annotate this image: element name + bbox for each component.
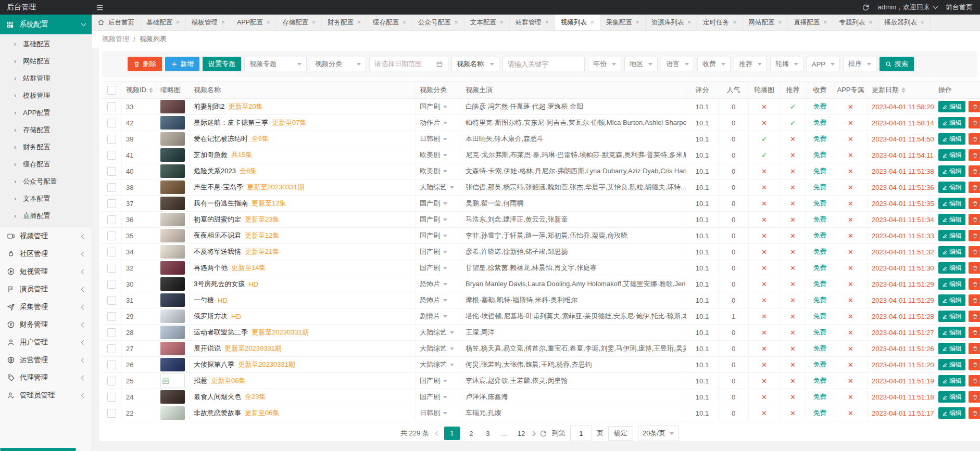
category-select[interactable]: 大陆综艺: [416, 325, 461, 340]
close-icon[interactable]: ×: [823, 19, 827, 25]
app-exclusive-toggle[interactable]: ✕: [834, 389, 868, 405]
carousel-toggle[interactable]: ✕: [749, 308, 780, 324]
sidebar-subitem-5[interactable]: ›存储配置: [0, 121, 92, 138]
row-checkbox[interactable]: [107, 264, 116, 273]
row-checkbox[interactable]: [107, 248, 116, 256]
close-icon[interactable]: ×: [403, 19, 406, 25]
recommend-toggle[interactable]: ✕: [780, 212, 806, 227]
filter-select-轮播[interactable]: 轮播: [770, 57, 803, 71]
app-exclusive-toggle[interactable]: ✕: [834, 131, 868, 147]
filter-select-语言[interactable]: 语言: [661, 57, 694, 71]
sidebar-section-system-config[interactable]: 系统配置: [0, 15, 92, 34]
close-icon[interactable]: ×: [455, 19, 458, 25]
close-icon[interactable]: ×: [733, 19, 736, 25]
row-edit-button[interactable]: 编辑: [938, 294, 965, 306]
app-exclusive-toggle[interactable]: ✕: [834, 357, 868, 372]
sidebar-subitem-3[interactable]: ›模板管理: [0, 87, 92, 104]
close-icon[interactable]: ×: [687, 19, 691, 25]
row-edit-button[interactable]: 编辑: [938, 278, 965, 290]
category-select[interactable]: 国产剧: [416, 196, 461, 211]
row-edit-button[interactable]: 编辑: [938, 198, 965, 209]
app-exclusive-toggle[interactable]: ✕: [834, 115, 868, 131]
category-select[interactable]: 大陆综艺: [416, 341, 461, 356]
row-edit-button[interactable]: 编辑: [938, 262, 965, 274]
sidebar-module-6[interactable]: 用户管理: [0, 333, 92, 351]
carousel-toggle[interactable]: ✕: [749, 260, 780, 276]
row-edit-button[interactable]: 编辑: [938, 407, 965, 419]
carousel-toggle[interactable]: ✕: [749, 196, 780, 211]
row-edit-button[interactable]: 编辑: [938, 165, 965, 177]
sidebar-scrollbar[interactable]: [0, 448, 76, 451]
sidebar-module-4[interactable]: 采集管理: [0, 298, 92, 316]
carousel-toggle[interactable]: ✕: [749, 357, 780, 372]
prev-page-icon[interactable]: [436, 432, 439, 435]
row-checkbox[interactable]: [107, 409, 116, 418]
row-checkbox[interactable]: [107, 296, 116, 305]
tab-6[interactable]: 缓存配置×: [367, 15, 412, 30]
row-edit-button[interactable]: 编辑: [938, 101, 965, 112]
sidebar-subitem-8[interactable]: ›公众号配置: [0, 173, 92, 190]
carousel-toggle[interactable]: ✓: [749, 147, 780, 163]
carousel-toggle[interactable]: ✕: [749, 99, 780, 114]
carousel-toggle[interactable]: ✕: [749, 341, 780, 356]
sidebar-module-1[interactable]: 社区管理: [0, 245, 92, 263]
tab-0[interactable]: 后台首页: [92, 15, 141, 30]
row-edit-button[interactable]: 编辑: [938, 311, 965, 322]
recommend-toggle[interactable]: ✕: [780, 131, 806, 147]
row-edit-button[interactable]: 编辑: [938, 327, 965, 338]
app-exclusive-toggle[interactable]: ✕: [834, 179, 868, 195]
filter-select-排序[interactable]: 排序: [843, 57, 876, 71]
row-edit-button[interactable]: 编辑: [938, 117, 965, 128]
category-select[interactable]: 日韩剧: [416, 405, 461, 421]
app-exclusive-toggle[interactable]: ✕: [834, 292, 868, 308]
sidebar-subitem-9[interactable]: ›文本配置: [0, 190, 92, 207]
row-delete-button[interactable]: 删除: [969, 149, 980, 161]
user-welcome[interactable]: admin，欢迎回来: [878, 3, 937, 12]
row-edit-button[interactable]: 编辑: [938, 343, 965, 354]
page-button-1[interactable]: 1: [444, 427, 460, 440]
row-checkbox[interactable]: [107, 312, 116, 321]
close-icon[interactable]: ×: [312, 19, 316, 25]
recommend-toggle[interactable]: ✕: [780, 276, 806, 292]
close-icon[interactable]: ×: [590, 19, 594, 25]
sidebar-subitem-10[interactable]: ›直播配置: [0, 207, 92, 224]
row-checkbox[interactable]: [107, 119, 116, 127]
close-icon[interactable]: ×: [921, 19, 924, 25]
tab-1[interactable]: 基础配置×: [141, 15, 186, 30]
row-delete-button[interactable]: 删除: [969, 214, 980, 225]
row-delete-button[interactable]: 删除: [969, 230, 980, 241]
carousel-toggle[interactable]: ✕: [749, 405, 780, 421]
sidebar-module-7[interactable]: 运营管理: [0, 351, 92, 369]
recommend-toggle[interactable]: ✕: [780, 196, 806, 211]
page-button-2[interactable]: 2: [466, 430, 476, 437]
row-checkbox[interactable]: [107, 102, 116, 111]
close-icon[interactable]: ×: [221, 19, 225, 25]
row-delete-button[interactable]: 删除: [969, 246, 980, 257]
breadcrumb-parent[interactable]: 视频管理: [102, 34, 129, 44]
carousel-toggle[interactable]: ✕: [749, 276, 780, 292]
carousel-toggle[interactable]: ✕: [749, 244, 780, 260]
tab-3[interactable]: APP配置×: [231, 15, 277, 30]
close-icon[interactable]: ×: [176, 19, 180, 25]
tab-13[interactable]: 定时任务×: [697, 15, 743, 30]
tab-11[interactable]: 采集配置×: [600, 15, 646, 30]
carousel-toggle[interactable]: ✕: [749, 115, 780, 131]
recommend-toggle[interactable]: ✕: [780, 405, 806, 421]
category-select[interactable]: 恐怖片: [416, 276, 461, 292]
category-select[interactable]: 欧美剧: [416, 163, 461, 179]
row-checkbox[interactable]: [107, 167, 116, 176]
refresh-icon[interactable]: [862, 4, 870, 11]
recommend-toggle[interactable]: ✓: [780, 115, 806, 131]
search-button[interactable]: 搜索: [880, 57, 914, 71]
filter-select-APP[interactable]: APP: [807, 57, 840, 71]
category-select[interactable]: 国产剧: [416, 373, 461, 389]
tab-9[interactable]: 站群管理×: [510, 15, 555, 30]
row-edit-button[interactable]: 编辑: [938, 391, 965, 403]
close-icon[interactable]: ×: [357, 19, 361, 25]
category-select[interactable]: 大陆综艺: [416, 179, 461, 195]
recommend-toggle[interactable]: ✕: [780, 325, 806, 340]
filter-select-收费[interactable]: 收费: [697, 57, 731, 71]
sidebar-module-8[interactable]: 代理管理: [0, 369, 92, 386]
row-delete-button[interactable]: 删除: [969, 262, 980, 274]
app-exclusive-toggle[interactable]: ✕: [834, 373, 868, 389]
